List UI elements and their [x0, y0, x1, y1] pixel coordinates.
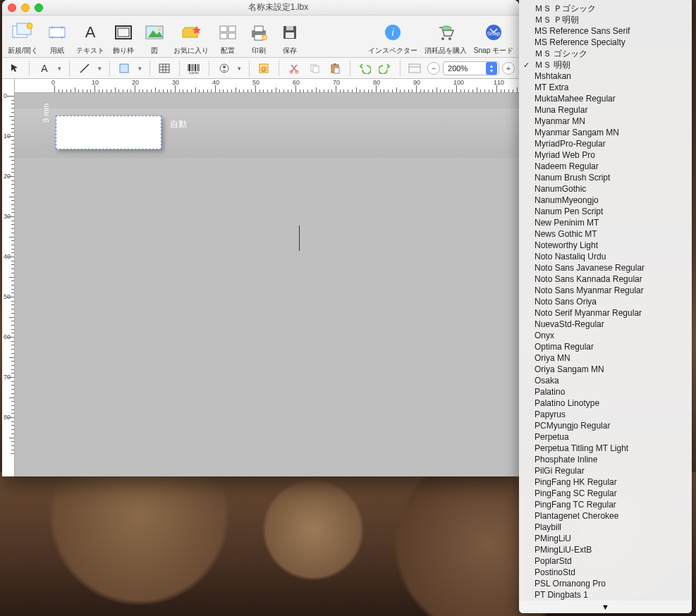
minimize-window-button[interactable]: [21, 4, 30, 12]
frame-button[interactable]: 飾り枠: [110, 20, 137, 56]
barcode-tool[interactable]: 458789: [186, 60, 202, 77]
snap-mode-button[interactable]: Snap Snap モード: [472, 20, 515, 56]
label-text-box[interactable]: [56, 116, 161, 149]
paste-button[interactable]: [326, 60, 343, 77]
font-menu-item[interactable]: Oriya MN: [519, 352, 692, 364]
font-menu-item[interactable]: Osaka: [519, 375, 692, 386]
redo-button[interactable]: [377, 60, 393, 77]
font-menu-item[interactable]: New Peninim MT: [519, 217, 692, 228]
cut-button[interactable]: [286, 60, 302, 77]
font-menu-item[interactable]: Phosphate Inline: [519, 454, 692, 465]
line-tool-dropdown[interactable]: ▾: [97, 60, 103, 77]
font-menu-item[interactable]: Onyx: [519, 330, 692, 341]
shape-tool-dropdown[interactable]: ▾: [137, 60, 143, 77]
zoom-out-button[interactable]: −: [427, 62, 440, 75]
toggle-panel-button[interactable]: [407, 60, 423, 77]
font-menu-item[interactable]: Playbill: [519, 522, 692, 533]
font-menu-item[interactable]: PT Dingbats 1: [519, 589, 692, 600]
font-menu-item[interactable]: MS Reference Sans Serif: [519, 25, 692, 37]
canvas[interactable]: 9 mm 自動: [15, 93, 519, 476]
zoom-window-button[interactable]: [35, 4, 43, 12]
paper-label: 用紙: [50, 46, 64, 56]
font-menu-item[interactable]: ＭＳ ゴシック: [519, 48, 692, 59]
undo-button[interactable]: [357, 60, 373, 77]
zoom-in-button[interactable]: +: [502, 62, 515, 75]
pointer-tool[interactable]: [6, 60, 23, 77]
font-menu-item[interactable]: NanumMyeongjo: [519, 195, 692, 206]
window-controls: [8, 4, 43, 12]
font-menu-item[interactable]: PilGi Regular: [519, 465, 692, 476]
arrange-button[interactable]: 配置: [214, 20, 241, 56]
stamp-tool[interactable]: [216, 60, 232, 77]
font-menu-item[interactable]: Oriya Sangam MN: [519, 364, 692, 375]
line-tool[interactable]: [76, 60, 92, 77]
font-menu-item[interactable]: Noto Sans Myanmar Regular: [519, 285, 692, 296]
text-button[interactable]: A テキスト: [75, 20, 106, 56]
font-menu-item[interactable]: MuktaMahee Regular: [519, 93, 692, 104]
font-menu-item[interactable]: Noto Sans Kannada Regular: [519, 273, 692, 285]
text-tool[interactable]: A: [36, 60, 52, 77]
font-dropdown-menu[interactable]: ＭＳ ＰゴシックＭＳ Ｐ明朝MS Reference Sans SerifMS …: [519, 0, 692, 613]
font-menu-item[interactable]: Plantagenet Cherokee: [519, 510, 692, 522]
font-menu-item[interactable]: MT Extra: [519, 82, 692, 93]
font-menu-item[interactable]: PSL Ornanong Pro: [519, 578, 692, 589]
font-menu-item[interactable]: Mshtakan: [519, 70, 692, 82]
font-menu-item[interactable]: Palatino: [519, 386, 692, 398]
print-button[interactable]: 印刷: [245, 20, 272, 56]
text-icon: A: [78, 20, 102, 44]
font-menu-item[interactable]: MS Reference Specialty: [519, 37, 692, 48]
font-menu-item[interactable]: Noteworthy Light: [519, 240, 692, 251]
font-menu-item[interactable]: PingFang TC Regular: [519, 499, 692, 510]
font-menu-scroll-down[interactable]: ▼: [519, 600, 692, 613]
font-menu-item[interactable]: Perpetua Titling MT Light: [519, 443, 692, 454]
font-menu-item[interactable]: Nanum Pen Script: [519, 206, 692, 217]
font-menu-item[interactable]: Nanum Brush Script: [519, 172, 692, 183]
text-tool-dropdown[interactable]: ▾: [56, 60, 63, 77]
font-menu-item[interactable]: Noto Sans Javanese Regular: [519, 262, 692, 273]
inspector-button[interactable]: i インスペクター: [367, 20, 419, 56]
table-tool[interactable]: [157, 60, 173, 77]
font-menu-item[interactable]: Nadeem Regular: [519, 161, 692, 172]
font-menu-item[interactable]: Myriad Web Pro: [519, 149, 692, 161]
font-menu-item[interactable]: PingFang SC Regular: [519, 488, 692, 499]
font-menu-item[interactable]: Muna Regular: [519, 104, 692, 116]
new-open-button[interactable]: 新規/開く: [6, 20, 39, 56]
font-menu-item[interactable]: PMingLiU-ExtB: [519, 544, 692, 555]
font-menu-item[interactable]: PingFang HK Regular: [519, 476, 692, 488]
font-menu-item[interactable]: Perpetua: [519, 431, 692, 443]
font-menu-item[interactable]: NuevaStd-Regular: [519, 319, 692, 330]
font-menu-item[interactable]: Noto Serif Myanmar Regular: [519, 307, 692, 319]
font-menu-item[interactable]: PostinoStd: [519, 567, 692, 578]
supplies-button[interactable]: 消耗品を購入: [423, 20, 468, 56]
font-menu-item[interactable]: PoplarStd: [519, 555, 692, 567]
paper-button[interactable]: 用紙: [44, 20, 71, 56]
insert-object-tool[interactable]: @: [256, 60, 272, 77]
font-menu-item[interactable]: ＭＳ Ｐ明朝: [519, 14, 692, 25]
font-menu-item[interactable]: Myanmar Sangam MN: [519, 127, 692, 138]
svg-rect-32: [159, 64, 169, 73]
shape-tool[interactable]: [116, 60, 133, 77]
font-menu-item[interactable]: PMingLiU: [519, 533, 692, 544]
font-menu-item[interactable]: NanumGothic: [519, 183, 692, 195]
save-button[interactable]: 保存: [276, 20, 303, 56]
font-menu-item[interactable]: MyriadPro-Regular: [519, 138, 692, 149]
copy-button[interactable]: [306, 60, 322, 77]
image-button[interactable]: 図: [141, 20, 168, 56]
font-menu-item[interactable]: Palatino Linotype: [519, 398, 692, 409]
font-menu-item[interactable]: Noto Sans Oriya: [519, 296, 692, 307]
font-menu-item[interactable]: Papyrus: [519, 409, 692, 420]
paper-icon: [45, 20, 69, 44]
snap-label: Snap モード: [474, 46, 513, 56]
font-menu-item[interactable]: News Gothic MT: [519, 228, 692, 240]
favorites-button[interactable]: お気に入り: [172, 20, 210, 56]
close-window-button[interactable]: [8, 4, 16, 12]
text-label: テキスト: [76, 46, 104, 56]
zoom-select[interactable]: 200% ▲▼: [443, 61, 499, 75]
font-menu-item[interactable]: Myanmar MN: [519, 116, 692, 127]
font-menu-item[interactable]: Noto Nastaliq Urdu: [519, 251, 692, 262]
font-menu-item[interactable]: PCMyungjo Regular: [519, 420, 692, 431]
font-menu-item[interactable]: ＭＳ 明朝: [519, 59, 692, 70]
stamp-tool-dropdown[interactable]: ▾: [236, 60, 243, 77]
font-menu-item[interactable]: ＭＳ Ｐゴシック: [519, 3, 692, 14]
font-menu-item[interactable]: Optima Regular: [519, 341, 692, 352]
